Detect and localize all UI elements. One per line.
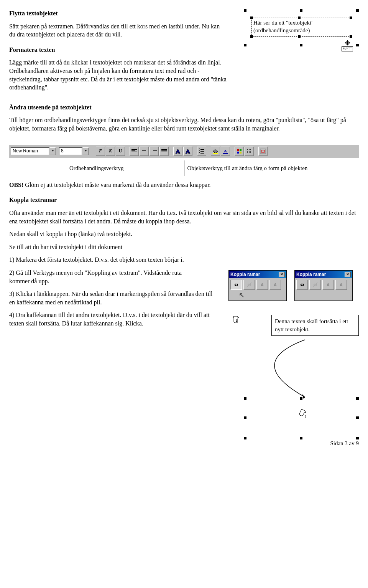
svg-text:A: A <box>340 282 343 287</box>
font-color-button[interactable]: A <box>221 147 230 156</box>
svg-point-9 <box>247 149 248 150</box>
next-frame-button[interactable]: A <box>335 280 347 290</box>
preview-line2: (ordbehandlingsområde) <box>253 27 310 33</box>
target-textframe <box>244 397 359 439</box>
para-11: 4) Dra kaffekannan till det andra textob… <box>9 311 216 327</box>
size-dropdown[interactable]: 8 <box>59 147 82 155</box>
para-obs: OBS! Glöm ej att textobjektet måste vara… <box>9 181 359 189</box>
prev-frame-button[interactable]: A <box>322 280 334 290</box>
svg-rect-2 <box>213 153 218 154</box>
svg-text:A: A <box>261 282 264 287</box>
formatting-toolbar: New Roman ▼ 8 ▼ F K U A <box>9 144 359 158</box>
flytt-label: FLYTT <box>342 46 353 51</box>
palette-title-2: Koppla ramar <box>296 271 326 277</box>
obs-rest: Glöm ej att textobjektet måste vara mark… <box>23 182 210 188</box>
heading-andra-utseende: Ändra utseende på textobjektet <box>9 103 359 112</box>
obs-label: OBS! <box>9 182 23 188</box>
preview-line1: Här ser du ett "textobjekt" <box>253 20 314 26</box>
link-button[interactable] <box>296 280 308 290</box>
font-dropdown[interactable]: New Roman <box>11 147 49 155</box>
coffeepot-icon <box>232 315 242 327</box>
unlink-button[interactable] <box>243 280 255 290</box>
border-button[interactable] <box>235 147 244 156</box>
align-center-button[interactable] <box>140 147 149 156</box>
align-justify-button[interactable] <box>159 147 169 156</box>
para-1: Sätt pekaren på textramen. Dåförvandlas … <box>9 22 224 39</box>
close-icon[interactable]: × <box>345 272 351 277</box>
para-5: Ofta använder man mer än ett textobjekt … <box>9 209 359 225</box>
dashed-textframe: Här ser du ett "textobjekt" (ordbehandli… <box>251 18 351 37</box>
svg-rect-19 <box>261 150 264 152</box>
svg-rect-6 <box>240 149 242 151</box>
svg-point-17 <box>250 152 251 153</box>
para-10: 3) Klicka i länkknappen. När du sedan dr… <box>9 290 216 306</box>
para-8: 1) Markera det första textobjektet. D.v.… <box>9 256 209 264</box>
line-style-button[interactable] <box>245 147 254 156</box>
move-cursor-icon: ✥ FLYTT <box>340 40 354 54</box>
link-flow-preview: Denna texten skall fortsätta i ett nytt … <box>228 315 359 439</box>
caption-right: Objektsverktyg till att ändra färg o for… <box>184 160 359 176</box>
continue-textframe: Denna texten skall fortsätta i ett nytt … <box>271 315 359 336</box>
link-frames-palette-2: Koppla ramar × A A <box>294 270 353 301</box>
svg-point-11 <box>250 149 251 150</box>
close-icon[interactable]: × <box>279 272 285 277</box>
svg-rect-5 <box>237 149 239 151</box>
para-3: Till höger om ordbehandlingsverktygen fi… <box>9 116 359 132</box>
svg-marker-0 <box>176 149 180 154</box>
prev-frame-button[interactable]: A <box>256 280 268 290</box>
para-6: Nedan skall vi koppla i hop (länka) två … <box>9 230 359 238</box>
svg-text:A: A <box>327 282 330 287</box>
cursor-arrow-icon: ↖ <box>239 291 296 300</box>
toolbar-caption-row: Ordbehandlingsverktyg Objektsverktyg til… <box>9 160 359 176</box>
textobject-preview: Här ser du ett "textobjekt" (ordbehandli… <box>244 9 359 61</box>
rotate-left-button[interactable] <box>173 147 182 156</box>
svg-text:A: A <box>224 149 227 153</box>
next-frame-button[interactable]: A <box>269 280 281 290</box>
font-dropdown-button[interactable]: ▼ <box>50 147 56 155</box>
fill-color-button[interactable] <box>211 147 220 156</box>
link-arc <box>259 340 359 393</box>
para-7: Se till att du har två textobjekt i ditt… <box>9 243 359 251</box>
svg-point-16 <box>249 152 250 153</box>
bold-button[interactable]: F <box>96 147 105 156</box>
link-frames-palettes: Koppla ramar × A A ↖ Koppla ramar × <box>228 270 359 301</box>
page-footer: Sidan 3 av 9 <box>9 439 359 447</box>
caption-left: Ordbehandlingsverktyg <box>9 160 184 176</box>
margins-button[interactable] <box>258 147 268 156</box>
bullet-list-button[interactable] <box>197 147 206 156</box>
italic-button[interactable]: K <box>106 147 115 156</box>
align-left-button[interactable] <box>130 147 139 156</box>
svg-point-13 <box>249 151 250 152</box>
svg-point-14 <box>250 151 251 152</box>
svg-rect-18 <box>260 149 266 154</box>
heading-koppla: Koppla textramar <box>9 196 359 204</box>
rotate-right-button[interactable] <box>183 147 192 156</box>
coffeepot-pour-icon <box>297 408 309 423</box>
link-frames-palette-1: Koppla ramar × A A ↖ <box>228 270 287 301</box>
underline-button[interactable]: U <box>116 147 125 156</box>
svg-rect-4 <box>223 153 228 154</box>
size-dropdown-button[interactable]: ▼ <box>83 147 89 155</box>
svg-text:A: A <box>274 282 277 287</box>
svg-point-15 <box>247 152 248 153</box>
unlink-button[interactable] <box>309 280 321 290</box>
link-button[interactable] <box>230 280 242 290</box>
para-2: Lägg märke till att då du klickar i text… <box>9 58 232 91</box>
svg-point-10 <box>249 149 250 150</box>
align-right-button[interactable] <box>150 147 159 156</box>
svg-rect-8 <box>240 152 242 154</box>
svg-point-12 <box>247 151 248 152</box>
svg-marker-1 <box>186 149 190 154</box>
para-9: 2) Gå till Verktygs menyn och "Koppling … <box>9 269 201 285</box>
palette-title-1: Koppla ramar <box>230 271 260 277</box>
svg-rect-7 <box>237 152 239 154</box>
